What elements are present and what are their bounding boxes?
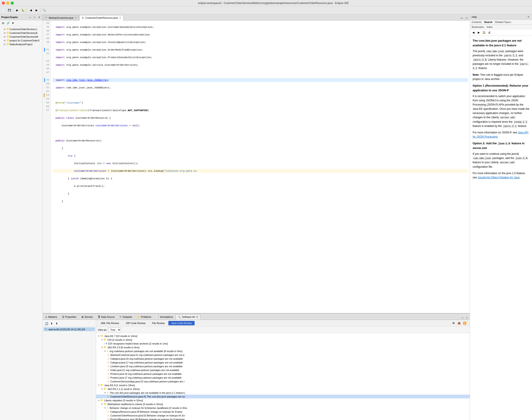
tab-close-icon[interactable]: ✕ [196, 316, 198, 318]
result-productresource38[interactable]: ⚠ ProductResource.java:38 Behavior chang… [96, 417, 470, 420]
tab-software-analysis[interactable]: 🔍 Software An ✕ [175, 314, 200, 320]
view-as-select[interactable]: TreeListTable [108, 328, 121, 332]
tab-customer-order-resource[interactable]: ☕ CustomerOrderResource.java ✕ [79, 15, 124, 20]
result-category17[interactable]: ⚠ Category.java:17 org.codehaus.jackson … [96, 360, 470, 364]
bottom-left-btn1[interactable]: 🔄 [44, 321, 49, 326]
minimize-button[interactable] [6, 1, 9, 5]
tab-abstract-customer[interactable]: ☕ AbstractCustomer.java ✕ [43, 15, 79, 20]
debug-button[interactable]: 🐛 [20, 8, 26, 13]
new-button[interactable]: 📄 [1, 8, 6, 13]
tab-snippets[interactable]: ✂ Snippets [117, 314, 135, 320]
tree-item-project[interactable]: ▷ 📁 project (in CustomerOrderS [0, 39, 42, 42]
result-label: The com.ibm.json packages are not availa… [110, 391, 185, 394]
tab-annotations[interactable]: 📝 Annotations [154, 314, 175, 320]
result-customerservicesapp[interactable]: ⚠ CustomerServicesApp.java:23 org.codeha… [96, 379, 470, 383]
collapse-all-button[interactable]: ⊟ [1, 21, 5, 25]
result-jaxrs21[interactable]: ▼ 📁 JAX-RS 2.1 [1 result in 10ms] [96, 387, 470, 391]
result-jaxrs21-ibm[interactable]: ▼ ⚠ The com.ibm.json packages are not av… [96, 391, 470, 395]
result-customerorder53[interactable]: ⚠ CustomerOrderResource.java:53 Behavior… [96, 414, 470, 417]
servers-icon: 🖥 [81, 315, 84, 318]
tab-close-icon[interactable]: ✕ [119, 17, 121, 19]
bottom-left-item[interactable]: 🔧 was-to-lib (21/01/20 14:11:26) [24 [43, 327, 95, 331]
result-lineitem19[interactable]: ⚠ LineItem.java:19 org.codehaus.jackson … [96, 364, 470, 368]
minimize-bottom-panel-button[interactable]: — [460, 315, 464, 320]
back-button[interactable]: ◀ [28, 8, 33, 13]
result-websphere-to-liberty[interactable]: ▼ 📁 WebSphere traditional to Liberty [3 … [96, 402, 470, 406]
result-abstract-c[interactable]: ⚠ AbstractCustomer.java:21 org.codehaus.… [96, 353, 470, 357]
review-filter-btn[interactable]: 🔽 [462, 321, 467, 326]
tree-item-co-services[interactable]: ▷ 📁 CustomerOrderServices [ [0, 27, 42, 31]
result-javaee8[interactable]: ▼ 📁 Java EE 8 [1 result in 19ms] [96, 383, 470, 387]
warning-icon: ⚠ [107, 350, 109, 353]
review-export-btn[interactable]: 📤 [457, 321, 462, 326]
contents-tab[interactable]: Contents [472, 21, 481, 23]
code-editor[interactable]: 34 35 36 37 38 39 41 42 44 45 46 47 [43, 20, 470, 313]
tree-item-co-services-a[interactable]: ▷ 📁 CustomerOrderServicesA [0, 31, 42, 35]
close-help-button[interactable]: ✕ [527, 15, 530, 19]
maximize-editor-button[interactable]: □ [464, 16, 469, 20]
run-button[interactable]: ▶ [14, 8, 20, 13]
help-content: The com.ibm.json packages are not availa… [470, 36, 532, 420]
result-label: ProductResource.java:38 Behavior change … [110, 418, 185, 420]
tab-markers[interactable]: ⚠ Markers [43, 314, 60, 320]
result-categoryresource29[interactable]: ⚠ CategoryResource.java:29 Behavior chan… [96, 410, 470, 414]
home-icon[interactable]: 🏠 [481, 30, 486, 35]
bottom-left-btn2[interactable]: ⬇ [49, 321, 54, 326]
bottom-content: 🔄 ⬇ ⬆ 🔧 was-to-lib (21/01/20 14:11:26) [… [43, 320, 470, 420]
window-controls[interactable] [2, 1, 14, 5]
result-javaee7[interactable]: ▼ 📁 Java EE 7 [10 results in 14ms] [96, 334, 470, 338]
close-panel-button[interactable]: ✕ [37, 15, 41, 19]
search-button[interactable]: 🔍 [42, 8, 47, 13]
result-label: Liberty migration [3 results in 32ms] [104, 399, 143, 402]
maximize-bottom-panel-button[interactable]: □ [465, 315, 469, 320]
result-cdi[interactable]: ▼ 📁 CDI [2 results in 10ms] [96, 338, 470, 342]
result-product16[interactable]: ⚠ Product.java:16 org.codehaus.jackson p… [96, 372, 470, 376]
search-tab[interactable]: Search [484, 21, 492, 23]
tab-xml-file-review[interactable]: XML File Review [98, 321, 122, 325]
result-liberty[interactable]: ▼ 📁 Liberty migration [3 results in 32ms… [96, 398, 470, 402]
save-button[interactable]: 💾 [7, 8, 12, 13]
result-jackson[interactable]: ▼ ⚠ org.codehaus.jackson packages are no… [96, 349, 470, 353]
forward-icon[interactable]: ▶ [476, 30, 481, 35]
close-button[interactable] [2, 1, 5, 5]
result-jaxrs20[interactable]: ▼ 📁 JAX-RS 2.0 [8 results in 0ms] [96, 345, 470, 349]
result-product17[interactable]: ⚠ Product.java:17 org.codehaus.jackson p… [96, 376, 470, 379]
result-category16[interactable]: ⚠ Category.java:16 org.codehaus.jackson … [96, 357, 470, 360]
tree-item-co-services-w[interactable]: ▷ 📁 CustomerOrderServicesW [0, 35, 42, 39]
folder-icon: 📁 [6, 31, 10, 34]
review-settings-btn[interactable]: ⚙ [451, 321, 456, 326]
tree-item-static-analysis[interactable]: ▷ 📁 StaticAnalysisProject [0, 42, 42, 46]
link-editor-button[interactable]: 🔗 [6, 21, 10, 25]
view-menu-button[interactable]: ▼ [11, 21, 15, 25]
tab-problems[interactable]: ⚡ Problems [135, 314, 154, 320]
tab-file-review[interactable]: File Review [149, 321, 168, 325]
bookmarks-tab[interactable]: Bookmarks [472, 26, 484, 28]
expand-icon: ▼ [104, 350, 106, 352]
result-cdi-implicit[interactable]: ▷ ℹ CDI recognizes implicit bean archive… [96, 342, 470, 345]
view-as-bar: View as: TreeListTable [96, 327, 470, 333]
tab-label: Snippets [123, 315, 132, 318]
result-customerorder41[interactable]: ⚠ CustomerOrderResource.java:41 The com.… [96, 395, 470, 398]
bottom-left-btn3[interactable]: ⬆ [55, 321, 59, 326]
maximize-button[interactable] [11, 1, 14, 5]
tab-jsp-code-review[interactable]: JSP Code Review [123, 321, 148, 325]
tab-properties[interactable]: ☰ Properties [60, 314, 79, 320]
code-content[interactable]: import org.pwte.example.exception.Custom… [51, 20, 470, 313]
result-behavior-change[interactable]: ▼ ⚠ Behavior change on lookups for Enter… [96, 406, 470, 410]
print-icon[interactable]: 🖨 [487, 30, 492, 35]
tab-servers[interactable]: 🖥 Servers [79, 314, 95, 320]
maximize-panel-button[interactable]: □ [32, 15, 37, 19]
related-topics-tab[interactable]: Related Topics [495, 21, 511, 23]
forward-button[interactable]: ▶ [34, 8, 39, 13]
tab-data-source[interactable]: 🗄 Data Source [95, 314, 117, 320]
index-tab[interactable]: Index [487, 26, 493, 28]
json-p-link[interactable]: Java API for JSON Processing [473, 131, 529, 138]
result-label: CategoryResource.java:29 Behavior change… [110, 410, 182, 413]
back-icon[interactable]: ◀ [471, 30, 476, 35]
tab-close-icon[interactable]: ✕ [75, 16, 76, 19]
json-notation-link[interactable]: JavaScript Object Notation for Java [478, 176, 519, 179]
minimize-editor-button[interactable]: — [460, 16, 464, 20]
minimize-panel-button[interactable]: — [28, 15, 32, 19]
tab-java-code-review[interactable]: Java Code Review [168, 321, 195, 325]
result-order21[interactable]: ⚠ Order.java:21 org.codehaus.jackson pac… [96, 368, 470, 372]
